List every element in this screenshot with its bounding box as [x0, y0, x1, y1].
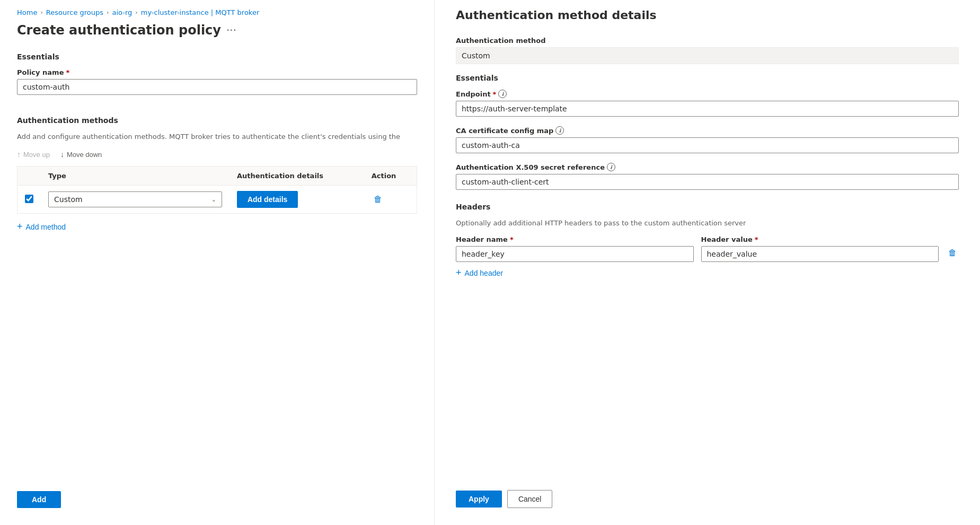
add-method-button[interactable]: + Add method — [17, 221, 66, 232]
type-dropdown-value: Custom — [54, 195, 83, 204]
apply-button[interactable]: Apply — [456, 491, 502, 508]
page-title: Create authentication policy ··· — [17, 23, 417, 38]
arrow-down-icon: ↓ — [60, 150, 64, 159]
delete-row-button[interactable]: 🗑 — [372, 192, 384, 206]
x509-info-icon[interactable]: i — [607, 163, 615, 171]
headers-desc: Optionally add additional HTTP headers t… — [456, 218, 959, 228]
delete-header-button[interactable]: 🗑 — [946, 246, 959, 260]
breadcrumb-sep-3: › — [135, 9, 137, 16]
auth-methods-desc: Add and configure authentication methods… — [17, 132, 417, 142]
auth-methods-heading: Authentication methods — [17, 116, 417, 125]
add-header-button[interactable]: + Add header — [456, 267, 503, 278]
policy-name-required: * — [66, 68, 69, 76]
breadcrumb-aio-rg[interactable]: aio-rg — [112, 8, 132, 16]
move-down-button[interactable]: ↓ Move down — [60, 149, 102, 160]
policy-name-label: Policy name * — [17, 68, 417, 76]
header-value-input[interactable] — [701, 246, 939, 262]
table-header-row: Type Authentication details Action — [17, 167, 417, 186]
header-name-label: Header name * — [456, 235, 694, 243]
ca-cert-info-icon[interactable]: i — [555, 126, 564, 135]
auth-method-value: Custom — [456, 47, 959, 64]
row-type-cell: Custom ⌄ — [41, 186, 229, 214]
ca-cert-label: CA certificate config map i — [456, 126, 959, 135]
methods-table: Type Authentication details Action Custo… — [17, 166, 417, 214]
col-auth-details-header: Authentication details — [229, 167, 364, 186]
policy-name-input[interactable] — [17, 79, 417, 95]
x509-field: Authentication X.509 secret reference i — [456, 163, 959, 190]
header-value-label: Header value * — [701, 235, 939, 243]
trash-header-icon: 🗑 — [948, 248, 957, 257]
ca-cert-input[interactable] — [456, 137, 959, 153]
type-dropdown[interactable]: Custom ⌄ — [48, 191, 222, 207]
breadcrumb-sep-1: › — [40, 9, 42, 16]
breadcrumb-sep-2: › — [107, 9, 109, 16]
header-row: Header name * Header value * 🗑 — [456, 235, 959, 262]
row-checkbox-cell — [17, 186, 41, 214]
x509-label: Authentication X.509 secret reference i — [456, 163, 959, 171]
plus-header-icon: + — [456, 267, 462, 278]
page-title-ellipsis[interactable]: ··· — [226, 24, 236, 37]
table-row: Custom ⌄ Add details 🗑 — [17, 186, 417, 214]
essentials-heading: Essentials — [17, 52, 417, 61]
move-up-button[interactable]: ↑ Move up — [17, 149, 50, 160]
policy-name-field: Policy name * — [17, 68, 417, 95]
move-controls: ↑ Move up ↓ Move down — [17, 149, 417, 160]
ca-cert-field: CA certificate config map i — [456, 126, 959, 153]
headers-heading: Headers — [456, 203, 959, 211]
arrow-up-icon: ↑ — [17, 150, 21, 159]
endpoint-input[interactable] — [456, 101, 959, 117]
col-action-header: Action — [364, 167, 417, 186]
breadcrumb-mqtt-broker[interactable]: my-cluster-instance | MQTT broker — [141, 8, 260, 16]
add-details-button[interactable]: Add details — [237, 191, 298, 208]
row-action-cell: 🗑 — [364, 186, 417, 214]
breadcrumb-resource-groups[interactable]: Resource groups — [46, 8, 103, 16]
add-button[interactable]: Add — [17, 491, 61, 508]
breadcrumb: Home › Resource groups › aio-rg › my-clu… — [17, 8, 417, 16]
chevron-down-icon: ⌄ — [211, 196, 216, 203]
auth-methods-section: Authentication methods Add and configure… — [17, 116, 417, 232]
col-type-header: Type — [41, 167, 229, 186]
endpoint-info-icon[interactable]: i — [498, 90, 507, 98]
breadcrumb-home[interactable]: Home — [17, 8, 37, 16]
header-name-input[interactable] — [456, 246, 694, 262]
auth-method-field: Authentication method Custom — [456, 37, 959, 64]
header-value-group: Header value * — [701, 235, 939, 262]
col-checkbox — [17, 167, 41, 186]
x509-input[interactable] — [456, 174, 959, 190]
auth-method-label: Authentication method — [456, 37, 959, 45]
endpoint-label: Endpoint * i — [456, 90, 959, 98]
endpoint-field: Endpoint * i — [456, 90, 959, 117]
trash-icon: 🗑 — [374, 195, 382, 204]
cancel-button[interactable]: Cancel — [507, 490, 553, 508]
essentials-section: Essentials Policy name * — [17, 52, 417, 104]
plus-icon: + — [17, 221, 23, 232]
right-panel-title: Authentication method details — [456, 8, 959, 22]
left-panel: Home › Resource groups › aio-rg › my-clu… — [0, 0, 435, 525]
bottom-bar: Add — [17, 478, 417, 508]
header-name-group: Header name * — [456, 235, 694, 262]
row-auth-details-cell: Add details — [229, 186, 364, 214]
row-checkbox[interactable] — [25, 195, 33, 203]
right-panel: Authentication method details Authentica… — [435, 0, 980, 525]
right-bottom-bar: Apply Cancel — [456, 477, 959, 508]
right-essentials-heading: Essentials — [456, 74, 959, 82]
headers-section: Headers Optionally add additional HTTP h… — [456, 203, 959, 278]
